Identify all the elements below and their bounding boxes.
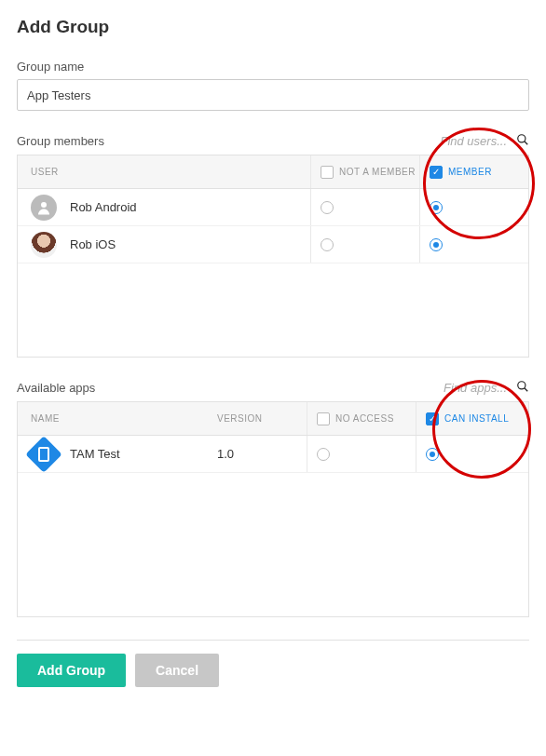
checkbox-checked-icon: ✓ <box>430 166 443 179</box>
app-name: TAM Test <box>70 447 120 461</box>
svg-point-3 <box>518 382 526 389</box>
col-user-hdr: USER <box>31 167 59 177</box>
svg-point-0 <box>518 135 526 142</box>
svg-point-2 <box>41 202 47 208</box>
col-not-member[interactable]: NOT A MEMBER <box>310 155 419 188</box>
table-row: TAM Test 1.0 <box>18 436 528 473</box>
add-group-button[interactable]: Add Group <box>17 654 126 687</box>
avatar-icon <box>31 195 57 221</box>
group-name-input[interactable] <box>17 79 529 111</box>
svg-line-1 <box>525 142 528 145</box>
find-apps-placeholder[interactable]: Find apps... <box>444 381 507 395</box>
group-name-label: Group name <box>17 60 529 74</box>
col-version-hdr: VERSION <box>217 413 263 424</box>
col-member[interactable]: ✓ MEMBER <box>419 155 528 188</box>
find-users-placeholder[interactable]: Find users... <box>440 134 507 148</box>
search-icon[interactable] <box>516 133 529 149</box>
app-version: 1.0 <box>217 447 234 461</box>
available-apps-title: Available apps <box>17 381 95 395</box>
radio-not-member[interactable] <box>321 238 334 251</box>
search-icon[interactable] <box>516 380 529 396</box>
radio-member[interactable] <box>430 201 443 214</box>
avatar-icon <box>31 232 57 258</box>
table-row: Rob Android <box>18 189 528 226</box>
app-icon <box>25 436 62 473</box>
user-name: Rob iOS <box>70 237 116 251</box>
radio-member[interactable] <box>430 238 443 251</box>
group-members-title: Group members <box>17 134 104 148</box>
table-row: Rob iOS <box>18 226 528 263</box>
col-name-hdr: NAME <box>31 413 60 424</box>
col-can-install[interactable]: ✓ CAN INSTALL <box>416 402 525 435</box>
divider <box>17 640 529 641</box>
checkbox-icon <box>321 166 334 179</box>
radio-no-access[interactable] <box>317 448 330 461</box>
members-table-header: USER NOT A MEMBER ✓ MEMBER <box>18 155 528 189</box>
user-name: Rob Android <box>70 200 137 214</box>
apps-table-header: NAME VERSION NO ACCESS ✓ CAN INSTALL <box>18 402 528 436</box>
page-title: Add Group <box>17 17 529 37</box>
cancel-button[interactable]: Cancel <box>135 654 219 687</box>
checkbox-icon <box>317 412 330 425</box>
svg-line-4 <box>525 388 528 392</box>
radio-can-install[interactable] <box>426 448 439 461</box>
checkbox-checked-icon: ✓ <box>426 412 439 425</box>
radio-not-member[interactable] <box>321 201 334 214</box>
col-no-access[interactable]: NO ACCESS <box>307 402 416 435</box>
